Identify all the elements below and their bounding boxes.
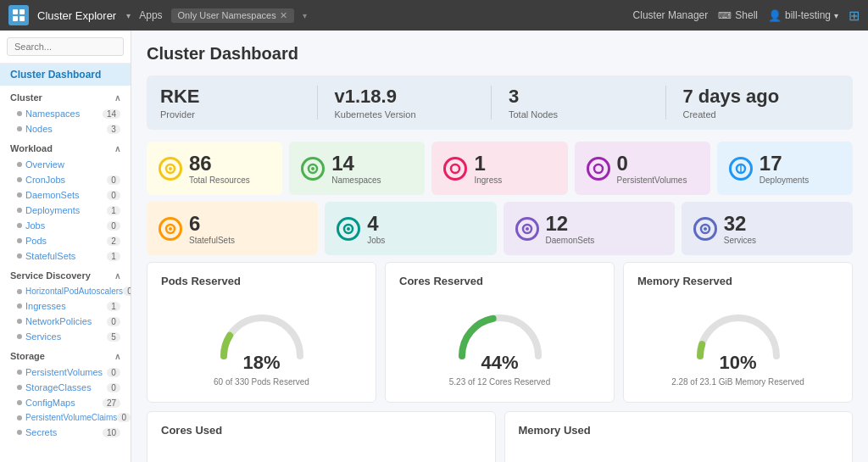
k8s-label: Kubernetes Version — [335, 109, 475, 120]
sidebar-item-persistentvolumes[interactable]: PersistentVolumes 0 — [0, 365, 131, 380]
storage-chevron-icon[interactable]: ∧ — [114, 352, 120, 361]
metric-jobs[interactable]: 4 Jobs — [325, 202, 496, 255]
cores-reserved-sublabel: 5.23 of 12 Cores Reserved — [449, 377, 551, 387]
metrics-row-2: 6 StatefulSets 4 Jobs 12 Dae — [147, 202, 853, 255]
sidebar-active-item[interactable]: Cluster Dashboard — [0, 64, 131, 86]
app-title: Cluster Explorer — [37, 9, 116, 22]
sidebar-item-statefulsets[interactable]: StatefulSets 1 — [0, 248, 131, 264]
apps-button[interactable]: Apps — [139, 9, 162, 21]
sidebar-item-configmaps[interactable]: ConfigMaps 27 — [0, 395, 131, 410]
namespaces-number: 14 — [331, 152, 381, 175]
metric-statefulsets[interactable]: 6 StatefulSets — [147, 202, 318, 255]
svg-rect-3 — [19, 16, 25, 21]
cores-used-card: Cores Used — [147, 411, 496, 462]
shell-button[interactable]: ⌨ Shell — [718, 9, 758, 21]
workload-chevron-icon[interactable]: ∧ — [114, 144, 120, 153]
apps-label: Apps — [139, 9, 162, 21]
namespace-dropdown[interactable]: ▾ — [303, 11, 307, 20]
gauge-row: Pods Reserved 18% 60 of 330 Pods Reserve… — [147, 262, 853, 403]
statefulsets-info: 6 StatefulSets — [189, 212, 235, 245]
cores-reserved-card: Cores Reserved 44% 5.23 of 12 Cores Rese… — [385, 262, 615, 403]
jobs-info: 4 Jobs — [367, 212, 385, 245]
namespaces-info: 14 Namespaces — [331, 152, 381, 185]
sidebar-item-hpa[interactable]: HorizontalPodAutoscalers 0 — [0, 284, 131, 298]
sidebar-section-cluster: Cluster ∧ — [0, 86, 131, 106]
svg-point-15 — [347, 227, 350, 231]
title-dropdown-icon[interactable]: ▾ — [126, 11, 131, 20]
jobs-number: 4 — [367, 212, 385, 236]
svg-rect-1 — [19, 9, 25, 14]
cluster-manager-button[interactable]: Cluster Manager — [633, 9, 709, 21]
namespace-tag[interactable]: Only User Namespaces ✕ — [171, 8, 294, 23]
memory-reserved-card: Memory Reserved 10% 2.28 of 23.1 GiB Mem… — [623, 262, 853, 403]
user-label: bill-testing — [785, 9, 831, 21]
sidebar-search-input[interactable] — [7, 37, 124, 56]
deployments-number: 17 — [760, 152, 809, 175]
shell-label: Shell — [735, 9, 758, 21]
svg-point-7 — [311, 167, 314, 170]
nav-right: Cluster Manager ⌨ Shell 👤 bill-testing ▾… — [633, 8, 860, 24]
total-resources-label: Total Resources — [189, 175, 250, 185]
sidebar-item-deployments[interactable]: Deployments 1 — [0, 203, 131, 218]
pv-number: 0 — [617, 152, 687, 175]
info-bar: RKE Provider v1.18.9 Kubernetes Version … — [147, 75, 853, 130]
svg-point-13 — [169, 227, 172, 231]
svg-point-19 — [704, 227, 707, 231]
sidebar-item-secrets[interactable]: Secrets 10 — [0, 425, 131, 440]
sidebar-item-jobs[interactable]: Jobs 0 — [0, 218, 131, 233]
sidebar-item-pods[interactable]: Pods 2 — [0, 233, 131, 248]
ingress-info: 1 Ingress — [474, 152, 502, 185]
svg-point-5 — [169, 167, 172, 170]
svg-point-17 — [526, 227, 529, 231]
pods-reserved-gauge: 18% 60 of 330 Pods Reserved — [161, 294, 362, 390]
memory-used-card: Memory Used — [504, 411, 854, 462]
sidebar-section-workload: Workload ∧ — [0, 136, 131, 157]
pv-info: 0 PersistentVolumes — [617, 152, 687, 185]
cores-reserved-percent: 44% — [481, 352, 518, 374]
metric-deployments[interactable]: 17 Deployments — [717, 142, 853, 195]
sidebar-item-pvc[interactable]: PersistentVolumeClaims 0 — [0, 410, 131, 425]
cluster-manager-label: Cluster Manager — [633, 9, 709, 21]
top-navigation: Cluster Explorer ▾ Apps Only User Namesp… — [0, 0, 868, 31]
metric-namespaces[interactable]: 14 Namespaces — [289, 142, 425, 195]
services-icon — [693, 217, 717, 241]
sidebar-item-ingresses[interactable]: Ingresses 1 — [0, 298, 131, 314]
cores-reserved-title: Cores Reserved — [399, 275, 600, 287]
sidebar-item-namespaces[interactable]: Namespaces 14 — [0, 106, 131, 121]
metric-daemonsets[interactable]: 12 DaemonSets — [504, 202, 675, 255]
nodes-info: 3 Total Nodes — [509, 86, 666, 120]
sidebar-item-daemonsets[interactable]: DaemonSets 0 — [0, 187, 131, 203]
metric-ingress[interactable]: 1 Ingress — [431, 142, 567, 195]
sidebar-item-cronjobs[interactable]: CronJobs 0 — [0, 172, 131, 187]
workload-section-label: Workload — [10, 143, 53, 153]
namespace-tag-label: Only User Namespaces — [178, 10, 276, 20]
sidebar-item-overview[interactable]: Overview — [0, 157, 131, 172]
metric-total-resources[interactable]: 86 Total Resources — [147, 142, 282, 195]
sidebar-section-service-discovery: Service Discovery ∧ — [0, 264, 131, 284]
memory-reserved-gauge: 10% 2.28 of 23.1 GiB Memory Reserved — [637, 294, 838, 390]
metric-pv[interactable]: 0 PersistentVolumes — [575, 142, 710, 195]
app-grid-icon[interactable]: ⊞ — [849, 8, 860, 24]
namespace-tag-close[interactable]: ✕ — [280, 10, 287, 21]
cluster-chevron-icon[interactable]: ∧ — [114, 93, 120, 103]
page-title: Cluster Dashboard — [147, 44, 853, 64]
bottom-row: Cores Used Memory Used — [147, 411, 853, 462]
svg-rect-0 — [13, 9, 18, 14]
created-info: 7 days ago Created — [683, 86, 840, 120]
services-label: Services — [724, 236, 756, 245]
service-discovery-chevron-icon[interactable]: ∧ — [114, 271, 120, 281]
sidebar-item-services[interactable]: Services 5 — [0, 329, 131, 344]
metric-services[interactable]: 32 Services — [682, 202, 853, 255]
user-menu[interactable]: 👤 bill-testing ▾ — [768, 9, 838, 22]
total-resources-info: 86 Total Resources — [189, 152, 250, 185]
memory-reserved-sublabel: 2.28 of 23.1 GiB Memory Reserved — [671, 377, 804, 387]
terminal-icon: ⌨ — [718, 10, 732, 21]
service-discovery-label: Service Discovery — [10, 270, 91, 281]
sidebar-item-storageclasses[interactable]: StorageClasses 0 — [0, 380, 131, 395]
daemonsets-label: DaemonSets — [546, 236, 595, 245]
main-content: Cluster Dashboard RKE Provider v1.18.9 K… — [131, 31, 868, 462]
sidebar-item-networkpolicies[interactable]: NetworkPolicies 0 — [0, 314, 131, 329]
cluster-section-label: Cluster — [10, 92, 42, 103]
pv-icon — [587, 157, 610, 181]
sidebar-item-nodes[interactable]: Nodes 3 — [0, 121, 131, 136]
